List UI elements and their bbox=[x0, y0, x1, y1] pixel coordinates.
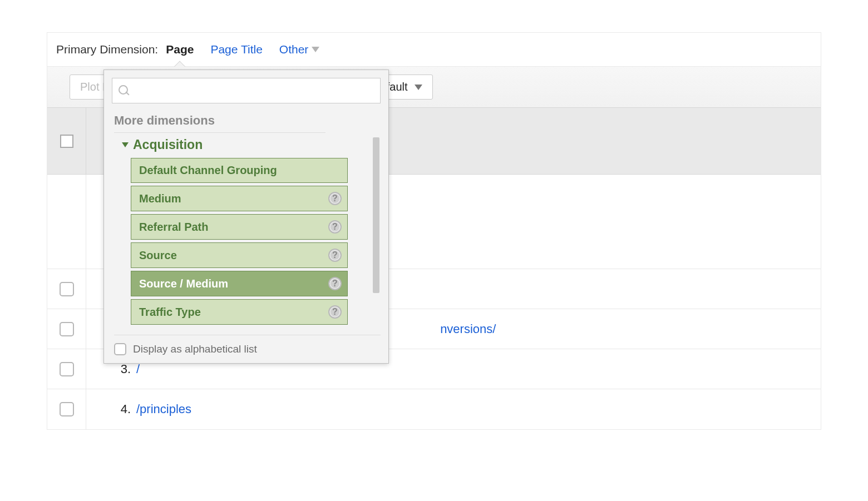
help-icon[interactable]: ? bbox=[328, 249, 342, 262]
primary-dimension-label: Primary Dimension: bbox=[56, 43, 158, 56]
dimension-item-traffic-type[interactable]: Traffic Type ? bbox=[131, 299, 348, 325]
help-icon[interactable]: ? bbox=[328, 220, 342, 234]
page-link[interactable]: / bbox=[136, 362, 140, 376]
dimension-search[interactable] bbox=[112, 78, 381, 103]
report-frame: Primary Dimension: Page Page Title Other… bbox=[47, 32, 821, 430]
chevron-down-icon bbox=[312, 47, 319, 52]
table-row: 4. /principles bbox=[47, 389, 821, 429]
dimension-item-label: Traffic Type bbox=[139, 306, 201, 319]
primary-dimension-option-page-title[interactable]: Page Title bbox=[210, 43, 262, 56]
alpha-list-label: Display as alphabetical list bbox=[133, 343, 257, 355]
row-checkbox[interactable] bbox=[60, 282, 74, 296]
primary-dimension-row: Primary Dimension: Page Page Title Other bbox=[47, 33, 821, 67]
row-checkbox[interactable] bbox=[60, 402, 74, 416]
dimension-category-acquisition[interactable]: Acquisition bbox=[122, 137, 381, 152]
help-icon[interactable]: ? bbox=[328, 305, 342, 319]
dimension-item-referral-path[interactable]: Referral Path ? bbox=[131, 214, 348, 240]
alpha-list-checkbox[interactable] bbox=[114, 343, 126, 355]
row-checkbox[interactable] bbox=[60, 362, 74, 376]
select-all-cell bbox=[47, 108, 86, 174]
dimension-item-medium[interactable]: Medium ? bbox=[131, 186, 348, 211]
primary-dimension-other-label: Other bbox=[279, 43, 309, 56]
chevron-down-icon bbox=[122, 142, 129, 147]
dimension-item-default-channel-grouping[interactable]: Default Channel Grouping bbox=[131, 158, 348, 183]
help-icon[interactable]: ? bbox=[328, 277, 342, 290]
search-icon bbox=[118, 85, 130, 97]
dimension-item-label: Source / Medium bbox=[139, 277, 228, 290]
dimension-item-label: Referral Path bbox=[139, 221, 209, 234]
primary-dimension-option-other[interactable]: Other bbox=[279, 43, 319, 56]
dimension-item-label: Medium bbox=[139, 192, 181, 205]
secondary-dimension-dropdown: More dimensions Acquisition Default Chan… bbox=[103, 70, 389, 364]
row-checkbox[interactable] bbox=[60, 322, 74, 336]
more-dimensions-heading: More dimensions bbox=[114, 113, 326, 133]
help-icon[interactable]: ? bbox=[328, 192, 342, 205]
chevron-down-icon bbox=[415, 85, 422, 90]
dimension-item-label: Default Channel Grouping bbox=[139, 164, 277, 177]
dimension-item-label: Source bbox=[139, 249, 177, 262]
select-all-checkbox[interactable] bbox=[60, 135, 73, 148]
row-number: 3. bbox=[86, 362, 136, 376]
page-link-obscured[interactable]: nversions/ bbox=[440, 322, 496, 336]
dimension-category-label: Acquisition bbox=[133, 137, 203, 152]
row-number: 4. bbox=[86, 402, 136, 416]
primary-dimension-active[interactable]: Page bbox=[166, 43, 194, 56]
dimension-scroll-area: Acquisition Default Channel Grouping Med… bbox=[112, 137, 381, 325]
dimension-item-source[interactable]: Source ? bbox=[131, 242, 348, 268]
dimension-search-input[interactable] bbox=[135, 85, 374, 97]
scrollbar[interactable] bbox=[373, 137, 379, 293]
dropdown-footer: Display as alphabetical list bbox=[114, 335, 381, 355]
page-link[interactable]: /principles bbox=[136, 402, 191, 416]
dimension-item-source-medium[interactable]: Source / Medium ? bbox=[131, 271, 348, 296]
dimension-items: Default Channel Grouping Medium ? Referr… bbox=[131, 158, 348, 325]
